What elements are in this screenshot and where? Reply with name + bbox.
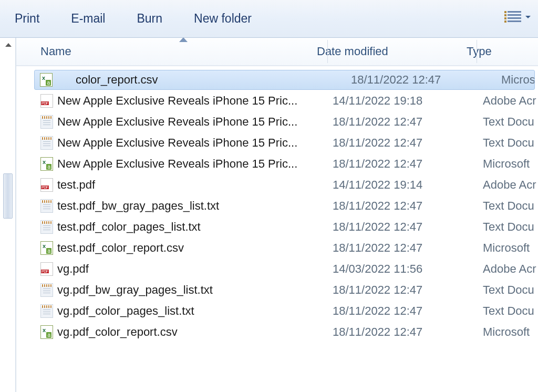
file-icon-cell <box>16 94 57 108</box>
file-icon-cell <box>16 220 57 234</box>
pdf-icon <box>40 178 53 192</box>
file-name: test.pdf_color_report.csv <box>57 241 326 255</box>
file-date: 18/11/2022 12:47 <box>326 115 475 129</box>
file-icon-cell <box>16 157 57 171</box>
file-name: vg.pdf_bw_gray_pages_list.txt <box>57 283 326 297</box>
file-type: Adobe Acr <box>475 262 538 276</box>
file-type: Microsoft <box>475 241 538 255</box>
file-icon-cell <box>16 304 57 318</box>
file-row[interactable]: test.pdf_bw_gray_pages_list.txt18/11/202… <box>16 195 538 216</box>
file-type: Text Docu <box>475 283 538 297</box>
print-button[interactable]: Print <box>13 8 42 29</box>
file-date: 18/11/2022 12:47 <box>326 325 475 339</box>
file-type: Text Docu <box>475 199 538 213</box>
file-icon-cell <box>16 136 57 150</box>
file-type: Adobe Acr <box>475 94 538 108</box>
file-row[interactable]: vg.pdf_color_report.csv18/11/2022 12:47M… <box>16 322 538 343</box>
view-options <box>504 9 531 24</box>
file-list-panel: Name Date modified Type color_report.csv… <box>16 38 538 392</box>
file-date: 14/11/2022 19:18 <box>326 94 475 108</box>
text-file-icon <box>40 304 53 318</box>
column-header-type[interactable]: Type <box>459 45 538 58</box>
file-row[interactable]: color_report.csv18/11/2022 12:47Microsof… <box>34 70 535 90</box>
file-row[interactable]: New Apple Exclusive Reveals iPhone 15 Pr… <box>16 153 538 174</box>
nav-collapse-gutter <box>0 38 16 392</box>
column-separator[interactable] <box>327 40 328 63</box>
file-type: Text Docu <box>475 304 538 318</box>
pdf-icon <box>40 94 53 108</box>
excel-csv-icon <box>40 325 53 339</box>
file-row[interactable]: vg.pdf_color_pages_list.txt18/11/2022 12… <box>16 301 538 322</box>
file-name: vg.pdf_color_pages_list.txt <box>57 304 326 318</box>
file-type: Microsoft <box>494 73 534 87</box>
file-row[interactable]: New Apple Exclusive Reveals iPhone 15 Pr… <box>16 90 538 111</box>
column-header-name[interactable]: Name <box>16 45 311 58</box>
scroll-up-icon[interactable] <box>5 43 12 47</box>
sort-ascending-icon <box>179 38 188 42</box>
file-date: 18/11/2022 12:47 <box>326 199 475 213</box>
file-icon-cell <box>16 115 57 129</box>
file-name: test.pdf_color_pages_list.txt <box>57 220 326 234</box>
file-type: Text Docu <box>475 136 538 150</box>
file-date: 14/03/2022 11:56 <box>326 262 475 276</box>
text-file-icon <box>40 115 53 129</box>
email-button[interactable]: E-mail <box>69 8 107 29</box>
file-row[interactable]: test.pdf_color_report.csv18/11/2022 12:4… <box>16 238 538 259</box>
file-row[interactable]: New Apple Exclusive Reveals iPhone 15 Pr… <box>16 111 538 132</box>
file-row[interactable]: New Apple Exclusive Reveals iPhone 15 Pr… <box>16 132 538 153</box>
file-date: 18/11/2022 12:47 <box>326 241 475 255</box>
excel-csv-icon <box>40 73 53 87</box>
pdf-icon <box>40 262 53 276</box>
file-date: 14/11/2022 19:14 <box>326 178 475 192</box>
file-name: New Apple Exclusive Reveals iPhone 15 Pr… <box>57 157 326 171</box>
file-icon-cell <box>35 73 76 87</box>
file-type: Text Docu <box>475 115 538 129</box>
column-separator[interactable] <box>477 40 477 63</box>
new-folder-button[interactable]: New folder <box>192 8 254 29</box>
text-file-icon <box>40 220 53 234</box>
file-row[interactable]: vg.pdf14/03/2022 11:56Adobe Acr <box>16 259 538 280</box>
file-type: Adobe Acr <box>475 178 538 192</box>
file-icon-cell <box>16 283 57 297</box>
view-mode-dropdown-icon[interactable] <box>525 16 531 18</box>
file-name: test.pdf <box>57 178 326 192</box>
file-icon-cell <box>16 199 57 213</box>
excel-csv-icon <box>40 157 53 171</box>
excel-csv-icon <box>40 241 53 255</box>
file-row[interactable]: vg.pdf_bw_gray_pages_list.txt18/11/2022 … <box>16 280 538 301</box>
file-name: test.pdf_bw_gray_pages_list.txt <box>57 199 326 213</box>
file-name: New Apple Exclusive Reveals iPhone 15 Pr… <box>57 94 326 108</box>
text-file-icon <box>40 283 53 297</box>
file-icon-cell <box>16 241 57 255</box>
file-date: 18/11/2022 12:47 <box>326 220 475 234</box>
column-headers: Name Date modified Type <box>16 38 538 66</box>
file-date: 18/11/2022 12:47 <box>326 283 475 297</box>
file-name: vg.pdf_color_report.csv <box>57 325 326 339</box>
file-type: Microsoft <box>475 157 538 171</box>
burn-button[interactable]: Burn <box>134 8 164 29</box>
column-header-date[interactable]: Date modified <box>311 45 459 58</box>
file-type: Microsoft <box>475 325 538 339</box>
file-name: vg.pdf <box>57 262 326 276</box>
file-name: color_report.csv <box>76 73 345 87</box>
toolbar: Print E-mail Burn New folder <box>0 0 538 38</box>
file-date: 18/11/2022 12:47 <box>326 136 475 150</box>
file-row[interactable]: test.pdf_color_pages_list.txt18/11/2022 … <box>16 216 538 238</box>
file-icon-cell <box>16 262 57 276</box>
file-date: 18/11/2022 12:47 <box>345 73 494 87</box>
file-list: color_report.csv18/11/2022 12:47Microsof… <box>16 66 538 343</box>
file-name: New Apple Exclusive Reveals iPhone 15 Pr… <box>57 115 326 129</box>
text-file-icon <box>40 199 53 213</box>
nav-splitter-handle[interactable] <box>3 173 13 219</box>
view-mode-icon[interactable] <box>504 9 521 24</box>
text-file-icon <box>40 136 53 150</box>
file-icon-cell <box>16 325 57 339</box>
file-type: Text Docu <box>475 220 538 234</box>
file-row[interactable]: test.pdf14/11/2022 19:14Adobe Acr <box>16 174 538 195</box>
file-name: New Apple Exclusive Reveals iPhone 15 Pr… <box>57 136 326 150</box>
file-icon-cell <box>16 178 57 192</box>
file-date: 18/11/2022 12:47 <box>326 304 475 318</box>
file-date: 18/11/2022 12:47 <box>326 157 475 171</box>
